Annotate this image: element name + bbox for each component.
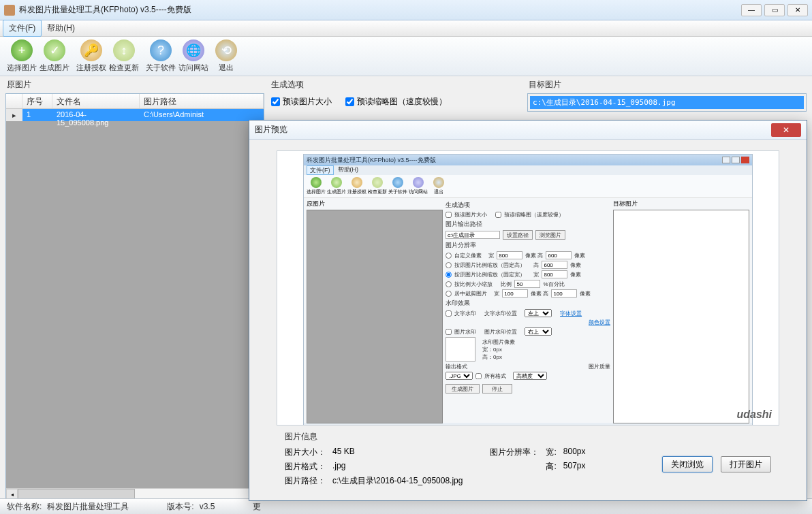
preview-dialog: 图片预览 ✕ 科发图片批量处理工具(KFPhoto) v3.5----免费版 文… [249,120,807,501]
sb-ver-label: 版本号: [167,501,193,513]
info-icon: ? [150,39,172,61]
exit-button[interactable]: ⟲退出 [210,38,243,75]
open-image-button[interactable]: 打开图片 [721,456,771,472]
col-path[interactable]: 图片路径 [140,94,264,108]
source-panel: 原图片 序号 文件名 图片路径 ▸ 1 2016-04-15_095008.pn… [5,79,264,496]
options-panel-title: 生成选项 [270,79,522,91]
exit-icon: ⟲ [215,39,237,61]
width-label: 宽: [546,447,556,458]
dialog-title: 图片预览 [255,124,771,135]
table-header: 序号 文件名 图片路径 [6,94,264,109]
size-value: 45 KB [332,447,463,458]
generate-images-button[interactable]: ✓生成图片 [38,38,71,75]
preview-size-checkbox[interactable]: 预读图片大小 [271,96,332,108]
titlebar: 科发图片批量处理工具(KFPhoto) v3.5----免费版 — ▭ ✕ [0,0,812,20]
toolbar: +选择图片 ✓生成图片 🔑注册授权 ↕检查更新 ?关于软件 🌐访问网站 ⟲退出 [0,37,812,76]
sb-app-name: 科发图片批量处理工具 [47,501,129,513]
sb-ver: v3.5 [200,502,215,511]
source-panel-title: 原图片 [5,79,264,91]
table-body: ▸ 1 2016-04-15_095008.png C:\Users\Admin… [6,109,264,500]
window-title: 科发图片批量处理工具(KFPhoto) v3.5----免费版 [19,4,741,16]
watermark-text: udashi [736,408,772,421]
height-value: 507px [563,461,586,472]
col-name[interactable]: 文件名 [52,94,140,108]
check-icon: ✓ [44,39,65,61]
row-marker-icon: ▸ [6,109,22,121]
app-icon [4,5,15,16]
minimize-button[interactable]: — [741,4,762,16]
preview-image-area: 科发图片批量处理工具(KFPhoto) v3.5----免费版 文件(F)帮助(… [277,150,779,425]
menubar: 文件(F) 帮助(H) [0,20,812,37]
sb-upd: 更 [253,501,261,513]
format-label: 图片格式： [285,461,326,472]
height-label: 高: [546,461,556,472]
target-list-item[interactable]: c:\生成目录\2016-04-15_095008.jpg [530,96,804,109]
auth-button[interactable]: 🔑注册授权 [75,38,108,75]
dialog-close-button[interactable]: ✕ [771,123,801,137]
add-icon: + [11,39,33,61]
menu-file[interactable]: 文件(F) [3,20,42,37]
format-value: .jpg [332,461,463,472]
width-value: 800px [563,447,586,458]
resolution-label: 图片分辨率： [490,447,539,458]
maximize-button[interactable]: ▭ [764,4,785,16]
table-row[interactable]: ▸ 1 2016-04-15_095008.png C:\Users\Admin… [6,109,264,121]
close-button[interactable]: ✕ [787,4,808,16]
menu-help[interactable]: 帮助(H) [42,20,80,36]
inner-app-screenshot: 科发图片批量处理工具(KFPhoto) v3.5----免费版 文件(F)帮助(… [303,154,753,425]
globe-icon: 🌐 [183,39,204,61]
sb-app-label: 软件名称: [7,501,42,513]
size-label: 图片大小： [285,447,326,458]
dialog-titlebar[interactable]: 图片预览 ✕ [249,121,807,140]
update-icon: ↕ [113,39,135,61]
target-panel-title: 目标图片 [527,79,807,91]
info-section-title: 图片信息 [285,431,771,443]
select-images-button[interactable]: +选择图片 [5,38,38,75]
update-button[interactable]: ↕检查更新 [108,38,140,75]
key-icon: 🔑 [80,39,102,61]
about-button[interactable]: ?关于软件 [144,38,177,75]
col-no[interactable]: 序号 [22,94,52,108]
path-value: c:\生成目录\2016-04-15_095008.jpg [332,475,463,487]
web-button[interactable]: 🌐访问网站 [177,38,210,75]
path-label: 图片路径： [285,475,326,487]
close-preview-button[interactable]: 关闭浏览 [662,456,713,472]
preview-thumb-checkbox[interactable]: 预读缩略图（速度较慢） [345,96,447,108]
